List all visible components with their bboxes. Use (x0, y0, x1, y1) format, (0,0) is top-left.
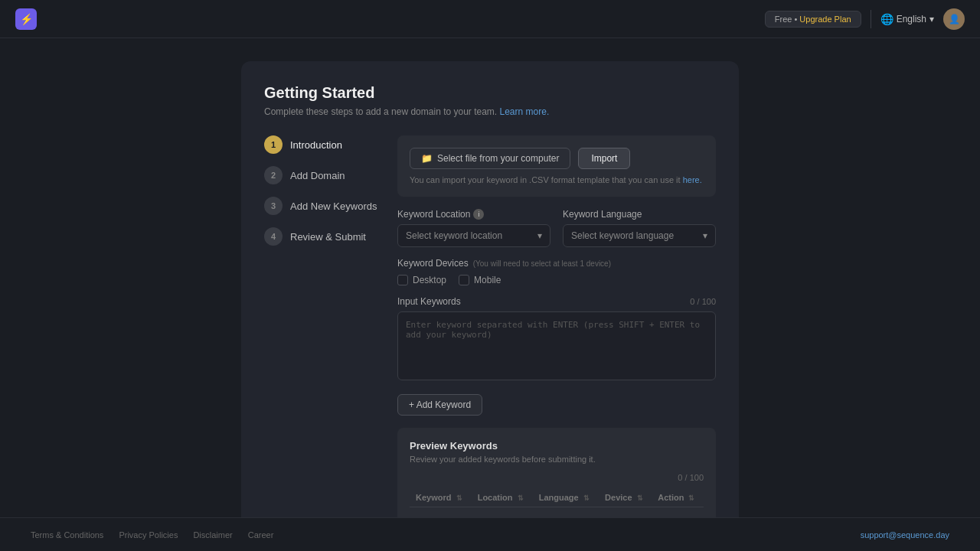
step-label-3: Add New Keywords (290, 201, 377, 212)
import-button-label: Import (591, 153, 617, 164)
page-subtitle: Complete these steps to add a new domain… (264, 106, 716, 117)
language-label: English (897, 14, 926, 24)
step-item-4[interactable]: 4 Review & Submit (264, 227, 379, 246)
language-button[interactable]: 🌐 English ▾ (880, 13, 934, 25)
sort-icon-keyword: ⇅ (456, 494, 462, 502)
keyword-language-select[interactable]: Select keyword language (571, 230, 703, 241)
import-row: 📁 Select file from your computer Import (410, 148, 704, 169)
logo-area: ⚡ (15, 8, 37, 30)
upload-icon: 📁 (421, 153, 433, 164)
select-file-button[interactable]: 📁 Select file from your computer (410, 148, 570, 169)
step-item-1[interactable]: 1 Introduction (264, 135, 379, 154)
footer-link-terms[interactable]: Terms & Conditions (31, 530, 103, 540)
step-number-1: 1 (264, 135, 283, 154)
import-button[interactable]: Import (578, 148, 630, 169)
nav-divider (871, 10, 871, 28)
avatar[interactable]: 👤 (943, 8, 965, 30)
step-item-3[interactable]: 3 Add New Keywords (264, 197, 379, 215)
page-title: Getting Started (264, 84, 716, 102)
select-chevron-icon-2: ▾ (703, 230, 707, 241)
preview-subtitle: Review your added keywords before submit… (410, 455, 704, 464)
mobile-checkbox-item[interactable]: Mobile (459, 275, 501, 285)
table-header-row: Keyword ⇅ Location ⇅ Language ⇅ Device ⇅… (410, 488, 704, 507)
sort-icon-action: ⇅ (688, 494, 694, 502)
import-hint: You can import your keyword in .CSV form… (410, 175, 704, 184)
steps-list: 1 Introduction 2 Add Domain 3 Add New Ke… (264, 135, 379, 551)
keyword-location-select-wrapper[interactable]: Select keyword location ▾ (397, 224, 550, 247)
mobile-label: Mobile (474, 275, 501, 285)
keyword-location-select[interactable]: Select keyword location (406, 230, 537, 241)
input-keywords-label: Input Keywords (397, 296, 461, 307)
keywords-section: Input Keywords 0 / 100 (397, 296, 716, 383)
footer-link-privacy[interactable]: Privacy Policies (119, 530, 178, 540)
desktop-label: Desktop (413, 275, 446, 285)
step-label-4: Review & Submit (290, 231, 366, 243)
upgrade-button[interactable]: Free • Upgrade Plan (765, 11, 861, 28)
mobile-checkbox[interactable] (459, 275, 469, 285)
footer-link-disclaimer[interactable]: Disclaimer (193, 530, 232, 540)
select-chevron-icon: ▾ (537, 230, 542, 241)
preview-title: Preview Keywords (410, 440, 704, 452)
upgrade-label: Upgrade Plan (799, 15, 851, 24)
import-hint-text: You can import your keyword in .CSV form… (410, 175, 681, 184)
keyword-language-group: Keyword Language Select keyword language… (563, 209, 716, 247)
sort-icon-device: ⇅ (637, 494, 643, 502)
layout: 1 Introduction 2 Add Domain 3 Add New Ke… (264, 135, 716, 551)
logo-icon: ⚡ (15, 8, 37, 30)
desktop-checkbox-item[interactable]: Desktop (397, 275, 446, 285)
keyword-language-select-wrapper[interactable]: Select keyword language ▾ (563, 224, 716, 247)
footer: Terms & Conditions Privacy Policies Disc… (0, 517, 980, 551)
keywords-textarea[interactable] (397, 311, 716, 380)
footer-link-career[interactable]: Career (248, 530, 274, 540)
content-panel: 📁 Select file from your computer Import … (397, 135, 716, 551)
keyword-location-label: Keyword Location i (397, 209, 550, 220)
avatar-initials: 👤 (949, 14, 960, 24)
keywords-header: Input Keywords 0 / 100 (397, 296, 716, 307)
free-label: Free • (775, 15, 798, 24)
learn-more-link[interactable]: Learn more. (500, 106, 550, 117)
main-wrapper: Getting Started Complete these steps to … (0, 38, 980, 551)
footer-email[interactable]: support@sequence.day (861, 530, 949, 540)
sort-icon-location: ⇅ (518, 494, 524, 502)
main-card: Getting Started Complete these steps to … (241, 61, 739, 551)
step-item-2[interactable]: 2 Add Domain (264, 166, 379, 184)
form-location-language-row: Keyword Location i Select keyword locati… (397, 209, 716, 247)
step-label-1: Introduction (290, 139, 342, 151)
col-device: Device ⇅ (599, 488, 652, 507)
location-info-icon: i (473, 209, 484, 220)
step-number-4: 4 (264, 227, 283, 246)
step-number-3: 3 (264, 197, 283, 215)
step-number-2: 2 (264, 166, 283, 184)
desktop-checkbox[interactable] (397, 275, 408, 285)
col-location: Location ⇅ (472, 488, 533, 507)
col-action: Action ⇅ (652, 488, 704, 507)
keyword-devices-section: Keyword Devices (You will need to select… (397, 258, 716, 285)
import-here-link[interactable]: here. (683, 175, 702, 184)
footer-links: Terms & Conditions Privacy Policies Disc… (31, 530, 273, 540)
add-keyword-label: + Add Keyword (409, 399, 471, 410)
select-file-label: Select file from your computer (437, 153, 559, 164)
globe-icon: 🌐 (880, 13, 893, 25)
devices-label: Keyword Devices (You will need to select… (397, 258, 716, 269)
chevron-down-icon: ▾ (929, 14, 934, 24)
col-keyword: Keyword ⇅ (410, 488, 472, 507)
col-language: Language ⇅ (533, 488, 599, 507)
keywords-count: 0 / 100 (690, 297, 716, 306)
topnav-right: Free • Upgrade Plan 🌐 English ▾ 👤 (765, 8, 965, 30)
keyword-language-label: Keyword Language (563, 209, 716, 220)
sort-icon-language: ⇅ (583, 494, 590, 502)
keyword-location-group: Keyword Location i Select keyword locati… (397, 209, 550, 247)
topnav: ⚡ Free • Upgrade Plan 🌐 English ▾ 👤 (0, 0, 980, 38)
preview-count: 0 / 100 (410, 473, 704, 482)
devices-hint: (You will need to select at least 1 devi… (473, 259, 611, 268)
step-label-2: Add Domain (290, 170, 345, 181)
devices-row: Desktop Mobile (397, 275, 716, 285)
import-section: 📁 Select file from your computer Import … (397, 135, 716, 197)
subtitle-text: Complete these steps to add a new domain… (264, 106, 497, 117)
add-keyword-button[interactable]: + Add Keyword (397, 394, 482, 416)
